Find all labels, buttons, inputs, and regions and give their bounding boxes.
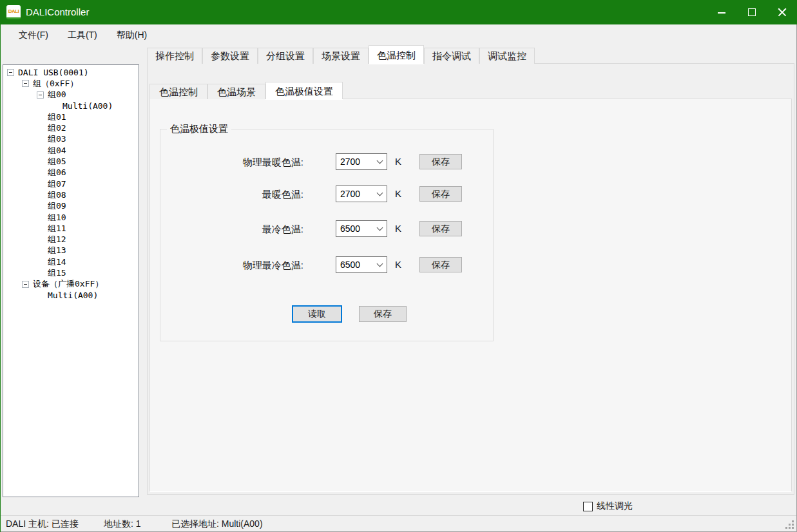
minimize-button[interactable] [706,0,736,24]
tree-node-label: DALI USB(0001) [18,68,89,77]
tree-indent [3,217,37,218]
subtab-cct-limits[interactable]: 色温极值设置 [265,82,343,99]
tree-node[interactable]: Multi(A00) [3,290,139,301]
tree-indent [3,128,37,129]
subtab-cct-control[interactable]: 色温控制 [149,84,207,99]
tree-node-label: 组07 [48,178,66,190]
tree-node[interactable]: 组15 [3,267,139,278]
tree-node[interactable]: 组01 [3,111,139,122]
save-warmest-button[interactable]: 保存 [419,186,462,202]
tree-node[interactable]: 组04 [3,145,139,156]
menu-bar: 文件(F) 工具(T) 帮助(H) [1,24,796,46]
linear-dimming-option: 线性调光 [583,500,633,512]
tree-indent [3,162,37,162]
tree-node-label: 组00 [48,89,66,100]
tree-node[interactable]: 组12 [3,234,139,245]
tree-node-label: Multi(A00) [62,101,113,111]
status-host-connection: DALI 主机: 已连接 [6,516,79,531]
tree-node-label: 组04 [48,145,66,157]
tree-node[interactable]: 组08 [3,189,139,200]
tree-node[interactable]: 组09 [3,201,139,212]
tab-parameter-settings[interactable]: 参数设置 [202,48,258,64]
coolest-cct-select[interactable]: 6500 [336,220,387,237]
collapse-icon[interactable] [22,281,29,288]
tree-node-label: 组01 [48,111,66,123]
coolest-cct-label: 最冷色温: [262,220,303,238]
kelvin-unit-label: K [395,220,401,237]
tab-command-debug[interactable]: 指令调试 [424,48,479,64]
tree-indent [3,284,22,285]
tree-indent [3,150,37,151]
combo-value: 6500 [340,221,360,236]
menu-tools[interactable]: 工具(T) [62,27,102,44]
read-button[interactable]: 读取 [292,305,342,323]
tree-node[interactable]: 组05 [3,156,139,167]
tree-node-label: 组（0xFF） [33,78,78,90]
maximize-button[interactable] [736,0,767,24]
tree-node-label: Multi(A00) [48,290,98,300]
tree-indent [3,106,52,106]
tree-node[interactable]: 组11 [3,223,139,234]
tree-node-label: 组15 [48,267,66,279]
tree-node[interactable]: 组00 [3,90,139,100]
groupbox-title: 色温极值设置 [167,123,231,135]
tree-indent [3,240,37,240]
physical-warmest-cct-select[interactable]: 2700 [336,153,387,170]
tree-indent [3,228,37,229]
tree-node[interactable]: 组07 [3,178,139,189]
tab-operation-control[interactable]: 操作控制 [147,48,202,64]
cct-limits-groupbox: 色温极值设置 物理最暖色温: 2700 K 保存 最暖色温: 2700 [160,129,494,341]
resize-grip[interactable] [792,527,794,529]
tree-node[interactable]: 组06 [3,167,139,178]
save-coolest-button[interactable]: 保存 [419,221,462,236]
row-physical-warmest-cct: 物理最暖色温: 2700 K 保存 [160,153,493,171]
device-tree: DALI USB(0001) 组（0xFF） 组00 Multi(A00) [3,64,139,497]
warmest-cct-select[interactable]: 2700 [336,185,387,202]
row-warmest-cct: 最暖色温: 2700 K 保存 [160,185,493,204]
tree-node[interactable]: 组（0xFF） [3,78,139,89]
main-tab-strip: 操作控制 参数设置 分组设置 场景设置 色温控制 指令调试 调试监控 [147,45,535,64]
save-physical-coolest-button[interactable]: 保存 [419,257,462,272]
tree-node[interactable]: 设备（广播0xFF） [3,279,139,290]
tree-node[interactable]: DALI USB(0001) [3,67,139,78]
tab-cct-control[interactable]: 色温控制 [369,45,424,64]
tree-node-label: 组11 [48,223,66,234]
close-button[interactable] [767,0,797,24]
tree-node-label: 组08 [48,189,66,201]
status-bar: DALI 主机: 已连接 地址数: 1 已选择地址: Multi(A00) [1,515,796,531]
menu-file[interactable]: 文件(F) [14,27,53,44]
linear-dimming-checkbox[interactable] [583,502,593,511]
collapse-icon[interactable] [37,91,44,99]
kelvin-unit-label: K [395,153,401,170]
tree-node-label: 组14 [48,256,66,268]
tree-node-label: 组06 [48,167,66,178]
save-physical-warmest-button[interactable]: 保存 [419,154,462,169]
tree-indent [3,261,37,262]
tree-node[interactable]: 组14 [3,256,139,267]
tab-scene-settings[interactable]: 场景设置 [313,48,369,64]
subtab-cct-scene[interactable]: 色温场景 [207,84,265,99]
maximize-icon [748,8,756,16]
tree-node[interactable]: 组10 [3,212,139,223]
tree-node[interactable]: Multi(A00) [3,100,139,111]
window-title: DALIController [26,0,89,24]
collapse-icon[interactable] [22,80,29,87]
menu-help[interactable]: 帮助(H) [111,27,152,44]
tree-node[interactable]: 组03 [3,134,139,145]
tab-grouping-settings[interactable]: 分组设置 [258,48,313,64]
tree-node-label: 设备（广播0xFF） [33,278,103,290]
collapse-icon[interactable] [7,69,14,76]
tree-node[interactable]: 组13 [3,245,139,256]
tree-indent [3,95,37,95]
title-bar: DALI DALIController [0,0,797,24]
tree-node-label: 组12 [48,234,66,245]
chevron-down-icon [377,261,383,267]
tree-indent [3,195,37,195]
dali-controller-window: DALI DALIController 文件(F) 工具(T) 帮助(H) DA… [0,0,797,532]
save-all-button[interactable]: 保存 [359,306,407,322]
tree-node[interactable]: 组02 [3,122,139,133]
physical-coolest-cct-select[interactable]: 6500 [336,256,387,273]
tree-indent [3,83,22,84]
row-coolest-cct: 最冷色温: 6500 K 保存 [160,220,493,238]
tab-debug-monitor[interactable]: 调试监控 [479,48,535,64]
